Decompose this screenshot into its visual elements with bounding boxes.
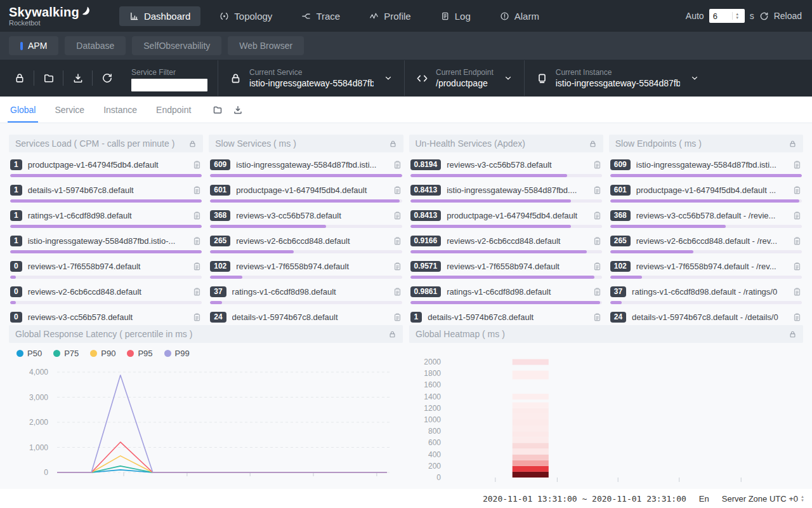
nav-item-log[interactable]: Log [430,6,481,26]
folder-icon[interactable] [34,72,63,84]
nav-item-trace[interactable]: Trace [291,6,350,26]
metric-bar-track [10,250,202,253]
clipboard-icon[interactable] [792,160,802,170]
chevron-down-icon[interactable] [504,74,513,83]
page-tab-apm[interactable]: APM [9,36,58,55]
panel-title: Services Load ( CPM - calls per minute ) [15,138,174,149]
value-badge: 0 [10,261,22,272]
clipboard-icon[interactable] [792,287,802,297]
reload-icon[interactable] [93,72,121,84]
value-badge: 0 [10,312,22,323]
metric-bar-fill [610,276,642,279]
legend-item-p95[interactable]: P95 [127,349,152,358]
number-spinner-icon[interactable]: ▲▼ [732,12,742,20]
auto-label: Auto [686,11,704,21]
nav-item-profile[interactable]: Profile [359,6,421,26]
page-tab-web-browser[interactable]: Web Browser [228,36,304,55]
clipboard-icon[interactable] [792,211,802,220]
latency-panel-header: Global Response Latency ( percentile in … [9,325,403,343]
list-item: 0 reviews-v3-cc56b578.default [9,306,203,325]
language-toggle[interactable]: En [699,494,709,504]
service-name: reviews-v2-6cb6ccd848.default [236,236,386,246]
clipboard-icon[interactable] [393,185,402,195]
selector-current-instance[interactable]: Current Instance istio-ingressgateway-55… [525,68,710,88]
reload-button[interactable]: Reload [774,11,802,21]
timezone-spinner-icon[interactable]: ▲▼ [801,495,804,502]
clipboard-icon[interactable] [593,312,602,322]
clipboard-icon[interactable] [593,160,602,170]
metric-bar-fill [10,301,16,304]
auto-interval-value[interactable] [709,11,732,21]
clipboard-icon[interactable] [393,262,402,271]
legend-item-p90[interactable]: P90 [90,349,115,358]
tab-instance[interactable]: Instance [103,97,137,123]
clipboard-icon[interactable] [593,211,602,220]
clipboard-icon[interactable] [393,236,402,246]
clipboard-icon[interactable] [593,287,602,297]
selector-current-service[interactable]: Current Service istio-ingressgateway-558… [218,68,404,88]
clipboard-icon[interactable] [192,312,202,322]
clipboard-icon[interactable] [792,262,802,271]
logo-swoosh-icon [81,6,90,15]
panel-title: Un-Health Services (Apdex) [416,138,526,149]
clipboard-icon[interactable] [792,185,802,195]
lock-icon[interactable] [789,330,797,338]
clipboard-icon[interactable] [393,160,402,170]
service-filter-input[interactable] [131,79,207,91]
time-range-picker[interactable]: 2020-11-01 13:31:00 ~ 2020-11-01 23:31:0… [483,494,686,504]
selector-value: /productpage [436,78,494,88]
tab-endpoint[interactable]: Endpoint [156,97,191,123]
tab-service[interactable]: Service [55,97,84,123]
download-icon[interactable] [63,72,92,84]
nav-item-dashboard[interactable]: Dashboard [119,6,200,26]
clipboard-icon[interactable] [792,312,802,322]
legend-item-p99[interactable]: P99 [164,349,190,358]
list-item: 0.8413 productpage-v1-64794f5db4.default [409,204,603,230]
page-tab-label: SelfObservability [143,41,210,51]
server-zone-control[interactable]: Server Zone UTC +0 ▲▼ [722,494,804,504]
clipboard-icon[interactable] [192,262,202,271]
page-tab-selfobservability[interactable]: SelfObservability [132,36,221,55]
clipboard-icon[interactable] [393,312,402,322]
chevron-down-icon[interactable] [384,74,393,83]
clipboard-icon[interactable] [192,211,202,220]
clipboard-icon[interactable] [192,160,202,170]
clipboard-icon[interactable] [192,287,202,297]
tab-global[interactable]: Global [10,97,36,123]
clipboard-icon[interactable] [593,262,602,271]
selector-current-endpoint[interactable]: Current Endpoint /productpage [405,68,524,88]
lock-icon[interactable] [5,72,34,84]
lock-icon[interactable] [589,140,597,148]
folder-icon[interactable] [213,105,223,115]
selectors: Current Service istio-ingressgateway-558… [218,60,710,96]
download-icon[interactable] [233,105,243,115]
auto-interval-input[interactable]: ▲▼ [709,9,745,23]
clipboard-icon[interactable] [792,236,802,246]
metric-bar-track [410,225,602,228]
clipboard-icon[interactable] [192,185,202,195]
lock-icon[interactable] [388,330,396,338]
nav-item-alarm[interactable]: Alarm [490,6,549,26]
page-tab-label: APM [28,41,47,51]
view-tabs: GlobalServiceInstanceEndpoint [0,97,812,123]
clipboard-icon[interactable] [192,236,202,246]
reload-icon[interactable] [759,11,769,21]
service-name: reviews-v1-7f6558b974.default [28,262,187,271]
lock-icon[interactable] [188,140,197,148]
service-name: reviews-v2-6cb6ccd848.default [28,287,187,297]
clipboard-icon[interactable] [393,211,402,220]
legend-item-p50[interactable]: P50 [16,349,42,358]
metric-bar-track [410,199,602,203]
lock-icon[interactable] [789,140,797,148]
value-badge: 102 [210,261,230,272]
nav-item-topology[interactable]: Topology [209,6,282,26]
chevron-down-icon[interactable] [690,74,699,83]
legend-item-p75[interactable]: P75 [53,349,79,358]
clipboard-icon[interactable] [393,287,402,297]
clipboard-icon[interactable] [593,236,602,246]
page-tab-database[interactable]: Database [65,36,126,55]
svg-text:1200: 1200 [424,404,441,413]
clipboard-icon[interactable] [593,185,602,195]
app-logo[interactable]: Skywalking Rocketbot [0,5,103,27]
lock-icon[interactable] [389,140,397,148]
